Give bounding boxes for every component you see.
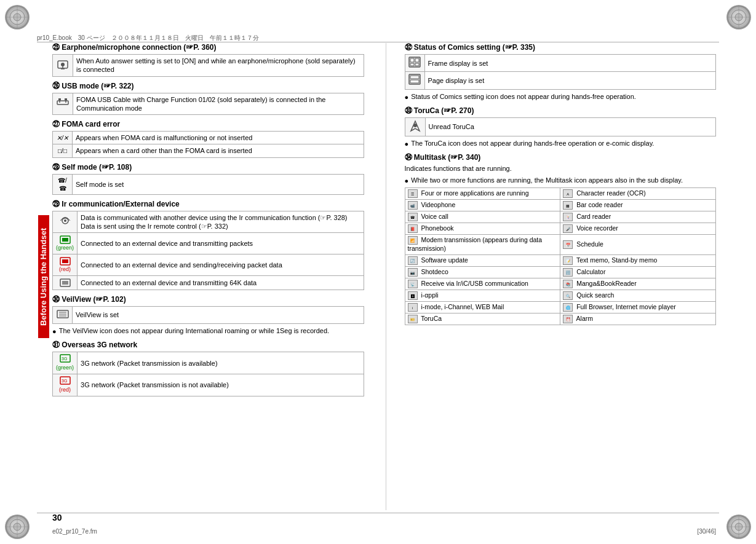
corner-decoration-tr (726, 5, 751, 30)
table-row: 📹 Videophone ▦ Bar code reader (405, 200, 716, 211)
ocr-cell: A Character reader (OCR) (560, 188, 716, 200)
section-32-text-1: Frame display is set (424, 55, 716, 72)
table-row: 📷 Shotdeco 🔢 Calculator (405, 266, 716, 278)
modem-cell: 📶 Modem transmission (appears during dat… (405, 235, 560, 255)
corner-decoration-bl (5, 514, 30, 539)
section-30-num: ㉚ (52, 295, 60, 304)
svg-rect-51 (410, 76, 419, 79)
section-25-heading: Earphone/microphone connection (☞P. 360) (62, 43, 216, 52)
calc-icon: 🔢 (563, 268, 573, 277)
ir-usb-cell: 📡 Receive via Ir/iC/USB communication (405, 278, 560, 290)
foma-error2-icon: □/□ (53, 144, 73, 157)
quicksearch-icon: 🔍 (563, 291, 573, 300)
section-29-table: Data is communicated with another device… (52, 211, 364, 290)
self-mode-icon: ☎/☎ (53, 174, 73, 194)
section-25-num: ㉕ (52, 43, 60, 52)
header-text: pr10_E.book 30 ページ ２００８年１１月１８日 火曜日 午前１１時… (37, 34, 259, 42)
multi-phonebook-icon: 📕 (408, 224, 418, 233)
multitask-table: ☰ Four or more applications are running … (405, 187, 717, 325)
section-32-note-text: Status of Comics setting icon does not a… (411, 92, 636, 101)
3g-red-icon: 3G (red) (53, 374, 78, 396)
left-column: ㉕ Earphone/microphone connection (☞P. 36… (52, 43, 370, 510)
barcode-icon: ▦ (563, 201, 573, 210)
section-34-note: ● While two or more functions are runnin… (405, 176, 717, 185)
table-row: ☎/☎ Self mode is set (53, 174, 364, 194)
manga-cell: 📚 Manga&BookReader (560, 278, 716, 290)
table-row: i i-mode, i-Channel, WEB Mail 🌐 Full Bro… (405, 301, 716, 313)
footer-left: e02_pr10_7e.fm (52, 528, 97, 535)
alarm-cell: ⏰ Alarm (560, 313, 716, 325)
table-row: 3G (green) 3G network (Packet transmissi… (53, 352, 364, 374)
section-32-title: ㉜ Status of Comics setting (☞P. 335) (405, 43, 717, 52)
multi-iappli-icon: 🅰 (408, 291, 418, 300)
textmemo-cell: 📝 Text memo, Stand-by memo (560, 254, 716, 266)
multi-ir-icon: 📡 (408, 280, 418, 288)
section-31-text-1: 3G network (Packet transmission is avail… (78, 352, 364, 374)
footer-line (37, 513, 719, 513)
multi-video-icon: 📹 (408, 201, 418, 210)
section-31-num: ㉛ (52, 341, 60, 349)
section-33-text: Unread ToruCa (425, 117, 716, 136)
section-34-note-text: While two or more functions are running,… (411, 176, 683, 184)
svg-text:3G: 3G (62, 357, 67, 361)
svg-rect-34 (62, 259, 68, 263)
bullet-dot: ● (405, 140, 409, 148)
schedule-icon: 📅 (563, 240, 573, 249)
section-32-note: ● Status of Comics setting icon does not… (405, 92, 717, 101)
section-25-table: When Auto answer setting is set to [ON] … (52, 54, 364, 77)
section-32-text-2: Page display is set (424, 72, 716, 89)
earphone-icon (53, 55, 73, 77)
comics-frame-icon (405, 55, 424, 72)
table-row: Data is communicated with another device… (53, 211, 364, 233)
section-26-title: ㉖ USB mode (☞P. 322) (52, 82, 364, 90)
cardreader-cell: 🃏 Card reader (560, 211, 716, 223)
multi-voice-icon: ☎ (408, 213, 418, 221)
barcode-cell: ▦ Bar code reader (560, 200, 716, 211)
section-28-title: ㉘ Self mode (☞P. 108) (52, 163, 364, 171)
corner-decoration-tl (5, 5, 30, 30)
footer-right: [30/46] (697, 528, 716, 535)
table-row: Connected to an external device and tran… (53, 275, 364, 290)
section-33-heading: ToruCa (☞P. 270) (414, 106, 474, 115)
section-32-table: Frame display is set Page display is set (405, 54, 717, 90)
section-32-num: ㉜ (405, 43, 412, 52)
fullbrowser-cell: 🌐 Full Browser, Internet movie player (560, 301, 716, 313)
bullet-dot: ● (405, 176, 409, 185)
section-31-heading: Overseas 3G network (62, 341, 137, 349)
section-27-text-2: Appears when a card other than the FOMA … (73, 144, 364, 157)
table-row: ☰ Four or more applications are running … (405, 188, 716, 200)
ext-red-icon: (red) (53, 254, 78, 276)
section-29-text-3: Connected to an external device and send… (78, 254, 364, 276)
table-row: (green) Connected to an external device … (53, 233, 364, 254)
table-row: ✕/✕ Appears when FOMA card is malfunctio… (53, 132, 364, 144)
svg-rect-49 (415, 63, 419, 66)
multi-software-icon: 🔄 (408, 256, 418, 265)
table-row: 🎫 ToruCa ⏰ Alarm (405, 313, 716, 325)
ext-green-icon: (green) (53, 233, 78, 254)
section-29-num: ㉙ (52, 200, 60, 208)
section-33-table: Unread ToruCa (405, 117, 717, 136)
svg-rect-28 (65, 98, 67, 100)
imode-cell: i i-mode, i-Channel, WEB Mail (405, 301, 560, 313)
voicerec-icon: 🎤 (563, 224, 573, 233)
table-row: FOMA USB Cable with Charge Function 01/0… (53, 93, 364, 115)
svg-rect-27 (58, 98, 61, 100)
section-28-table: ☎/☎ Self mode is set (52, 174, 364, 195)
section-28-num: ㉘ (52, 163, 60, 171)
section-26-text: FOMA USB Cable with Charge Function 01/0… (73, 93, 364, 115)
table-row: When Auto answer setting is set to [ON] … (53, 55, 364, 77)
svg-rect-32 (62, 238, 68, 242)
section-29-heading: Ir communication/External device (62, 200, 179, 208)
section-31-text-2: 3G network (Packet transmission is not a… (78, 374, 364, 396)
section-26-heading: USB mode (☞P. 322) (62, 82, 133, 90)
table-row: (red) Connected to an external device an… (53, 254, 364, 276)
section-33-title: ㉝ ToruCa (☞P. 270) (405, 106, 717, 115)
column-divider (386, 43, 386, 510)
section-27-num: ㉗ (52, 120, 60, 128)
svg-rect-47 (415, 58, 419, 62)
veilview-icon (53, 306, 73, 323)
table-row: ☎ Voice call 🃏 Card reader (405, 211, 716, 223)
table-row: 📶 Modem transmission (appears during dat… (405, 235, 716, 255)
svg-rect-24 (57, 101, 68, 104)
table-row: 📡 Receive via Ir/iC/USB communication 📚 … (405, 278, 716, 290)
